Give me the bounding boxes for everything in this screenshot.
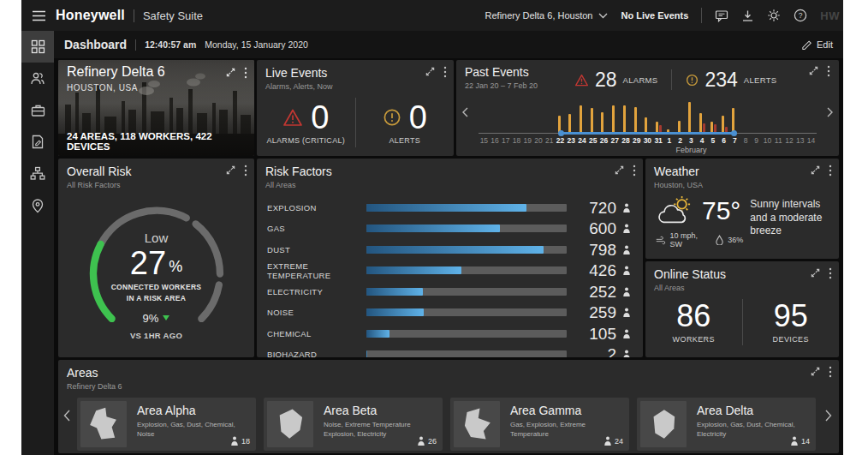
expand-icon[interactable] — [225, 67, 236, 79]
timeline-date-label: 16 — [490, 136, 501, 145]
timeline-selected-range[interactable] — [561, 132, 735, 135]
timeline-date-label: 23 — [566, 136, 577, 145]
area-thumbnail — [80, 401, 127, 447]
timeline-date-label: 18 — [511, 136, 522, 145]
card-subtitle: 22 Jan 20 – 7 Feb 20 — [465, 81, 574, 90]
area-worker-count-value: 14 — [801, 437, 810, 446]
risk-factor-bar-fill — [366, 266, 461, 274]
area-item-delta[interactable]: Area DeltaExplosion, Gas, Dust, Chemical… — [637, 398, 816, 451]
risk-factor-bar-track — [366, 266, 567, 274]
help-icon[interactable]: ? — [794, 9, 807, 22]
sidebar-item-dashboard[interactable] — [21, 31, 54, 63]
risk-factor-bar-track — [366, 350, 567, 357]
past-alerts-count: 234 — [705, 70, 737, 90]
person-icon-wrap — [620, 224, 633, 233]
expand-icon[interactable] — [225, 165, 236, 176]
expand-icon[interactable] — [810, 267, 821, 278]
timeline-date-label: 20 — [533, 136, 544, 145]
area-risks: Noise, Extreme Temperature Explosion, El… — [324, 421, 431, 440]
card-subtitle: Alarms, Alerts, Now — [265, 82, 333, 91]
kebab-menu-icon[interactable] — [829, 165, 832, 177]
range-start-handle[interactable] — [558, 130, 564, 136]
timeline-date-label: 19 — [522, 136, 533, 145]
timeline-slot — [794, 100, 806, 134]
risk-factor-row: EXPLOSION720 — [267, 197, 633, 219]
risk-factor-value: 426 — [574, 262, 616, 278]
area-name: Area Beta — [324, 404, 436, 417]
timeline-next-button[interactable] — [827, 107, 833, 117]
feedback-icon[interactable] — [715, 9, 728, 22]
kebab-menu-icon[interactable] — [829, 267, 832, 279]
kebab-menu-icon[interactable] — [443, 66, 447, 78]
area-worker-count: 14 — [790, 436, 810, 446]
sidebar-item-workers[interactable] — [21, 63, 54, 94]
sidebar-item-locations[interactable] — [21, 189, 54, 221]
site-stats: 24 AREAS, 118 WORKERS, 422 DEVICES — [67, 131, 254, 152]
sidebar-item-equipment[interactable] — [21, 94, 54, 126]
area-item-gamma[interactable]: Area GammaGas, Explosion, Extreme Temper… — [450, 398, 629, 451]
risk-factor-label: DUST — [267, 245, 366, 254]
sidebar-item-hierarchy[interactable] — [21, 158, 54, 189]
card-title: Areas — [67, 366, 122, 380]
expand-icon[interactable] — [614, 165, 625, 176]
area-item-beta[interactable]: Area BetaNoise, Extreme Temperature Expl… — [264, 398, 443, 451]
risk-delta-label: VS 1HR AGO — [130, 331, 182, 340]
past-alarms-count: 28 — [595, 70, 617, 90]
areas-prev-button[interactable] — [63, 410, 70, 422]
download-icon[interactable] — [741, 9, 754, 22]
past-events-timeline-chart — [479, 100, 817, 134]
risk-factor-bar-fill — [366, 225, 500, 232]
site-card-title: Refinery Delta 6 — [67, 64, 165, 80]
live-events-card: Live Events Alarms, Alerts, Now — [257, 60, 454, 156]
expand-icon[interactable] — [810, 366, 821, 377]
kebab-menu-icon[interactable] — [633, 165, 636, 177]
expand-icon[interactable] — [808, 65, 819, 90]
area-name: Area Delta — [697, 404, 809, 417]
kebab-menu-icon[interactable] — [244, 165, 247, 177]
timeline-date-label: 5 — [707, 136, 718, 145]
timeline-prev-button[interactable] — [462, 107, 468, 117]
timeline-slot — [555, 100, 566, 134]
timeline-slot — [566, 100, 577, 134]
timeline-slot — [511, 100, 522, 134]
briefcase-icon — [31, 104, 45, 117]
timeline-slot — [784, 100, 795, 134]
header-divider — [135, 39, 136, 51]
kebab-menu-icon[interactable] — [244, 67, 247, 79]
expand-icon[interactable] — [810, 165, 821, 176]
risk-factor-bar-fill — [366, 330, 389, 338]
person-icon-wrap — [620, 287, 633, 296]
timeline-date-label: 1 — [663, 136, 675, 145]
areas-next-button[interactable] — [825, 410, 832, 422]
alert-bar — [568, 114, 571, 133]
alarm-triangle-icon — [282, 108, 303, 127]
timeline-date-label: 8 — [740, 136, 752, 145]
kebab-menu-icon[interactable] — [827, 65, 830, 90]
range-end-handle[interactable] — [731, 130, 737, 136]
area-worker-count: 24 — [603, 436, 623, 446]
timeline-date-label: 13 — [794, 136, 806, 145]
person-icon — [622, 308, 631, 317]
kebab-menu-icon[interactable] — [829, 366, 832, 378]
area-item-alpha[interactable]: Area AlphaExplosion, Gas, Dust, Chemical… — [77, 398, 256, 451]
person-icon-wrap — [620, 308, 633, 317]
site-selector-dropdown[interactable]: Refinery Delta 6, Houston — [485, 10, 609, 21]
risk-factor-value: 259 — [574, 304, 616, 320]
sidebar-item-reports[interactable] — [21, 126, 54, 158]
person-icon — [603, 436, 612, 446]
past-alerts-label: ALERTS — [744, 75, 777, 85]
risk-factor-row: CHEMICAL105 — [267, 323, 633, 344]
person-icon — [622, 203, 631, 213]
timeline-slot — [740, 100, 752, 134]
expand-icon[interactable] — [425, 66, 436, 77]
risk-factor-bar-fill — [366, 288, 423, 296]
risk-factor-label: CHEMICAL — [267, 329, 366, 338]
sun-cloud-icon — [656, 195, 695, 227]
pencil-icon — [801, 39, 812, 51]
settings-gear-icon[interactable] — [767, 9, 781, 22]
user-avatar[interactable]: HW — [820, 9, 840, 22]
edit-dashboard-button[interactable]: Edit — [801, 39, 833, 51]
sitemap-icon — [30, 166, 45, 181]
alert-bar — [732, 108, 734, 133]
hamburger-menu-icon[interactable] — [21, 0, 56, 31]
